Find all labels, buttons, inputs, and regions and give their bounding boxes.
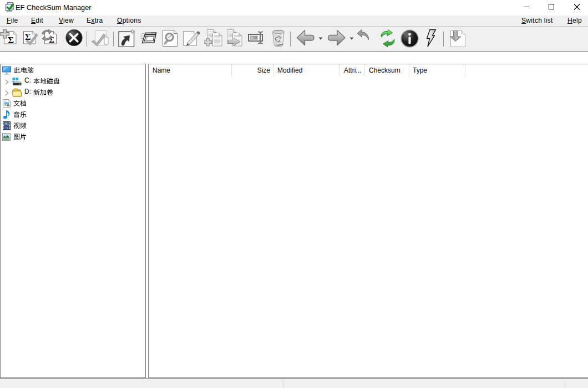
svg-text:D:: D: — [24, 88, 31, 95]
svg-text:C:: C: — [24, 77, 31, 84]
svg-text:Σ: Σ — [8, 35, 14, 45]
